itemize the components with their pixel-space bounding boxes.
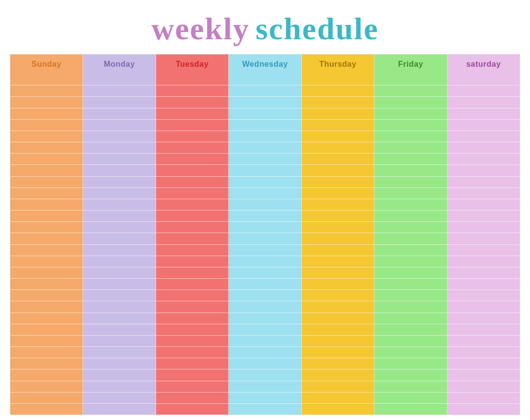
line-row bbox=[10, 256, 82, 267]
line-row bbox=[448, 324, 520, 336]
line-row bbox=[229, 301, 301, 313]
day-column-wednesday[interactable]: Wednesday bbox=[229, 54, 301, 415]
line-row bbox=[83, 279, 155, 290]
line-row bbox=[229, 369, 301, 381]
line-row bbox=[229, 358, 301, 369]
line-row bbox=[448, 154, 520, 165]
line-row bbox=[374, 393, 447, 404]
line-row bbox=[448, 279, 520, 290]
title-schedule: schedule bbox=[256, 11, 379, 47]
line-row bbox=[448, 120, 520, 131]
line-row bbox=[10, 290, 82, 301]
line-row bbox=[374, 222, 447, 233]
line-row bbox=[10, 233, 82, 244]
line-row bbox=[302, 404, 374, 415]
line-row bbox=[156, 336, 228, 347]
line-row bbox=[10, 199, 82, 210]
line-row bbox=[229, 233, 301, 244]
line-row bbox=[374, 381, 447, 393]
line-row bbox=[83, 108, 155, 120]
line-row bbox=[374, 97, 447, 108]
line-row bbox=[302, 279, 374, 290]
line-row bbox=[229, 177, 301, 188]
day-lines-tuesday bbox=[156, 74, 228, 415]
line-row bbox=[229, 393, 301, 404]
line-row bbox=[302, 108, 374, 120]
line-row bbox=[156, 222, 228, 233]
line-row bbox=[83, 347, 155, 358]
day-column-friday[interactable]: Friday bbox=[374, 54, 447, 415]
line-row bbox=[229, 165, 301, 176]
line-row bbox=[83, 165, 155, 176]
line-row bbox=[156, 85, 228, 97]
line-row bbox=[229, 245, 301, 256]
line-row bbox=[83, 313, 155, 324]
day-column-saturday[interactable]: saturday bbox=[448, 54, 520, 415]
day-column-monday[interactable]: Monday bbox=[83, 54, 156, 415]
day-column-sunday[interactable]: Sunday bbox=[10, 54, 83, 415]
line-row bbox=[374, 233, 447, 244]
line-row bbox=[302, 267, 374, 279]
line-row bbox=[83, 256, 155, 267]
line-row bbox=[229, 108, 301, 120]
line-row bbox=[302, 381, 374, 393]
day-header-tuesday: Tuesday bbox=[156, 54, 228, 74]
line-row bbox=[156, 74, 228, 85]
line-row bbox=[302, 165, 374, 176]
line-row bbox=[83, 267, 155, 279]
line-row bbox=[156, 313, 228, 324]
line-row bbox=[156, 233, 228, 244]
title-weekly: weekly bbox=[151, 11, 249, 47]
line-row bbox=[83, 358, 155, 369]
day-column-thursday[interactable]: Thursday bbox=[302, 54, 374, 415]
line-row bbox=[448, 142, 520, 154]
line-row bbox=[448, 210, 520, 222]
line-row bbox=[448, 131, 520, 142]
calendar-grid: SundayMondayTuesdayWednesdayThursdayFrid… bbox=[10, 54, 520, 415]
line-row bbox=[10, 154, 82, 165]
day-lines-sunday bbox=[10, 74, 82, 415]
line-row bbox=[374, 313, 447, 324]
line-row bbox=[302, 324, 374, 336]
line-row bbox=[156, 381, 228, 393]
line-row bbox=[374, 245, 447, 256]
title-container: weekly schedule bbox=[10, 5, 520, 54]
line-row bbox=[229, 199, 301, 210]
line-row bbox=[374, 74, 447, 85]
line-row bbox=[448, 165, 520, 176]
line-row bbox=[83, 142, 155, 154]
line-row bbox=[229, 154, 301, 165]
line-row bbox=[156, 267, 228, 279]
line-row bbox=[83, 369, 155, 381]
line-row bbox=[374, 210, 447, 222]
line-row bbox=[302, 290, 374, 301]
line-row bbox=[374, 301, 447, 313]
day-header-wednesday: Wednesday bbox=[229, 54, 301, 74]
line-row bbox=[10, 74, 82, 85]
line-row bbox=[448, 233, 520, 244]
day-lines-monday bbox=[83, 74, 155, 415]
line-row bbox=[374, 404, 447, 415]
day-lines-friday bbox=[374, 74, 447, 415]
day-column-tuesday[interactable]: Tuesday bbox=[156, 54, 229, 415]
line-row bbox=[83, 301, 155, 313]
line-row bbox=[229, 347, 301, 358]
line-row bbox=[229, 188, 301, 199]
line-row bbox=[83, 210, 155, 222]
line-row bbox=[10, 358, 82, 369]
line-row bbox=[374, 256, 447, 267]
line-row bbox=[448, 404, 520, 415]
line-row bbox=[10, 381, 82, 393]
line-row bbox=[83, 290, 155, 301]
line-row bbox=[10, 267, 82, 279]
line-row bbox=[448, 199, 520, 210]
line-row bbox=[156, 154, 228, 165]
line-row bbox=[10, 131, 82, 142]
line-row bbox=[302, 301, 374, 313]
line-row bbox=[10, 97, 82, 108]
line-row bbox=[374, 358, 447, 369]
line-row bbox=[156, 256, 228, 267]
line-row bbox=[229, 381, 301, 393]
line-row bbox=[302, 347, 374, 358]
line-row bbox=[156, 97, 228, 108]
